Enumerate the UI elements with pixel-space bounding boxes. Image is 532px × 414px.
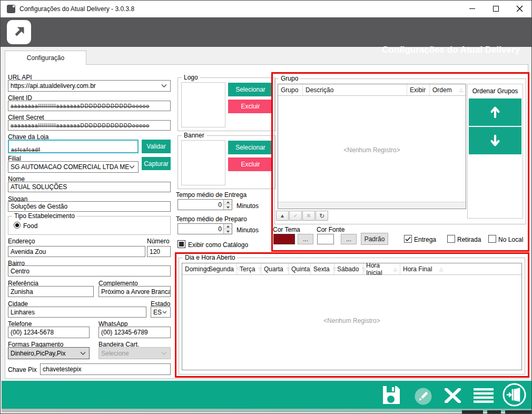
formas-pagamento-combo[interactable]: Dinheiro,PicPay,Pix xyxy=(8,347,90,359)
exibir-catalogo-checkbox[interactable] xyxy=(178,240,185,248)
logo-excluir-button[interactable]: Excluir xyxy=(228,100,273,113)
column-header-domingo[interactable]: Domingo▽ xyxy=(182,263,206,274)
exit-button[interactable] xyxy=(502,382,527,409)
dia-hora-grid-header: Domingo▽ Segunda▽ Terça▽ Quarta▽ Quinta▽… xyxy=(182,263,521,275)
chevron-down-icon xyxy=(161,84,167,88)
client-id-field[interactable]: aaaaaaaaIIIIIIIIIaaaaaaaDDDDDDDDDDDDoooo… xyxy=(8,101,171,111)
no-local-label: No Local xyxy=(498,236,523,243)
cancel-button[interactable] xyxy=(444,388,461,405)
spin-up-button[interactable] xyxy=(224,224,232,229)
column-header-sexta[interactable]: Sexta▽ xyxy=(311,263,334,274)
chave-pix-field[interactable]: chavetestepix xyxy=(40,363,171,375)
padrao-button[interactable]: Padrão xyxy=(361,233,388,245)
nav-refresh-button[interactable]: ↻ xyxy=(316,211,328,221)
close-button[interactable] xyxy=(507,1,531,17)
chave-loja-field[interactable]: asfcafcadf xyxy=(8,140,139,153)
endereco-field[interactable]: Avenida Zou xyxy=(8,246,145,257)
tempo-preparo-label: Tempo médio de Preparo xyxy=(176,215,247,223)
tipo-estabelecimento-group: Tipo Estabelecimento Food xyxy=(8,216,171,235)
cor-fonte-swatch[interactable] xyxy=(317,234,334,244)
tempo-preparo-unit: Minutos xyxy=(237,226,259,234)
slogan-field[interactable]: Soluções de Gestão xyxy=(8,201,171,212)
tab-configuracao[interactable]: Configuração xyxy=(5,51,86,65)
tempo-entrega-unit: Minutos xyxy=(237,202,259,210)
spin-up-button[interactable] xyxy=(224,200,232,205)
food-radio[interactable] xyxy=(14,222,21,229)
validar-button[interactable]: Validar xyxy=(142,140,171,153)
no-local-checkbox[interactable] xyxy=(488,235,496,243)
checkmark-icon xyxy=(405,236,411,242)
background-window-fragment xyxy=(462,410,483,414)
column-header-ordem[interactable]: Ordem △ xyxy=(430,84,466,95)
window-title: Configurações do Atual Delivery - 3.0.3.… xyxy=(19,5,134,13)
food-radio-label: Food xyxy=(23,222,37,230)
list-button[interactable] xyxy=(474,388,494,405)
whatsapp-field[interactable]: (00) 12345-6789 xyxy=(98,327,171,338)
tab-label: Configuração xyxy=(27,54,64,62)
dia-hora-empty-text: <Nenhum Registro> xyxy=(323,317,380,324)
sort-asc-icon: △ xyxy=(439,267,443,272)
banner-selecionar-button[interactable]: Selecionar xyxy=(228,141,273,154)
move-group-up-button[interactable] xyxy=(469,98,521,126)
column-header-segunda[interactable]: Segunda▽ xyxy=(206,263,237,274)
column-header-quarta[interactable]: Quarta▽ xyxy=(261,263,289,274)
numero-field[interactable]: 120 xyxy=(147,246,171,257)
column-header-exibir[interactable]: Exibir xyxy=(407,84,430,95)
cor-tema-label: Cor Tema xyxy=(273,226,300,233)
column-header-hora-final[interactable]: Hora Final△ xyxy=(400,263,521,274)
spin-down-button[interactable] xyxy=(224,229,232,234)
nav-move-up-button[interactable]: ▲ xyxy=(276,211,289,221)
spin-down-button[interactable] xyxy=(224,205,232,210)
bottom-gradient-strip xyxy=(2,409,531,412)
column-header-sabado[interactable]: Sábado▽ xyxy=(334,263,363,274)
save-button[interactable] xyxy=(381,385,401,407)
arrow-up-icon xyxy=(489,106,501,119)
grupo-group-label: Grupo xyxy=(279,75,300,82)
banner-excluir-button[interactable]: Excluir xyxy=(228,157,273,171)
grupo-grid-hscrollbar[interactable] xyxy=(278,202,466,209)
tempo-entrega-stepper[interactable]: 0 xyxy=(178,199,232,210)
complemento-field[interactable]: Próximo a Arvore Branca xyxy=(98,286,171,297)
retirada-checkbox[interactable] xyxy=(447,235,455,243)
radio-dot-icon xyxy=(15,223,19,227)
nav-confirm-button[interactable]: ✔ xyxy=(289,211,302,221)
capturar-button[interactable]: Capturar xyxy=(142,157,171,170)
filial-combo[interactable]: SG AUTOMACAO COMERCIAL LTDA ME xyxy=(8,161,139,173)
nav-cancel-button[interactable]: ✖ xyxy=(302,211,315,221)
banner-group-label: Banner xyxy=(182,132,206,139)
client-secret-field[interactable]: aaaaaaaaIIIIIIIIIaaaaaaaDDDDDDDDDDDDoooo… xyxy=(8,120,171,131)
edit-button[interactable] xyxy=(415,388,432,407)
column-header-descricao[interactable]: Descrição xyxy=(303,84,407,95)
cor-tema-browse-button[interactable]: ... xyxy=(298,234,313,244)
column-header-quinta[interactable]: Quinta▽ xyxy=(289,263,311,274)
column-header-grupo[interactable]: Grupo xyxy=(278,84,303,95)
estado-combo[interactable]: ES xyxy=(151,307,171,318)
header-title: Configurações do Atual Delivery xyxy=(382,45,520,55)
dia-hora-group-label: Dia e Hora Aberto xyxy=(183,254,237,261)
nome-field[interactable]: ATUAL SOLUÇÕES xyxy=(8,182,171,192)
title-bar: Configurações do Atual Delivery - 3.0.3.… xyxy=(1,1,531,17)
column-header-terca[interactable]: Terça▽ xyxy=(237,263,261,274)
footer-toolbar xyxy=(2,381,531,409)
cor-fonte-browse-button[interactable]: ... xyxy=(341,234,357,244)
bairro-field[interactable]: Centro xyxy=(8,265,171,277)
url-api-combo[interactable]: https://api.atualdelivery.com.br xyxy=(8,80,171,92)
cidade-field[interactable]: Linhares xyxy=(8,307,146,318)
minimize-button[interactable] xyxy=(460,1,484,17)
move-group-down-button[interactable] xyxy=(469,127,521,154)
sort-asc-icon: △ xyxy=(459,87,463,93)
tempo-preparo-stepper[interactable]: 0 xyxy=(178,223,232,234)
chave-pix-label: Chave Pix xyxy=(8,366,37,373)
chevron-down-icon xyxy=(162,311,167,314)
entrega-checkbox[interactable] xyxy=(404,235,412,243)
exibir-catalogo-label: Exibir como Catálogo xyxy=(188,241,248,249)
column-header-hora-inicial[interactable]: Hora Inicial△ xyxy=(363,263,400,274)
maximize-button[interactable] xyxy=(484,1,508,17)
chevron-down-icon xyxy=(161,351,167,355)
dia-hora-grid: Domingo▽ Segunda▽ Terça▽ Quarta▽ Quinta▽… xyxy=(182,263,522,370)
logo-selecionar-button[interactable]: Selecionar xyxy=(228,83,273,96)
telefone-field[interactable]: (00) 1234-5678 xyxy=(8,327,90,338)
cor-tema-swatch[interactable] xyxy=(273,234,295,244)
cor-fonte-label: Cor Fonte xyxy=(317,226,344,233)
referencia-field[interactable]: Zunisha xyxy=(8,286,94,297)
